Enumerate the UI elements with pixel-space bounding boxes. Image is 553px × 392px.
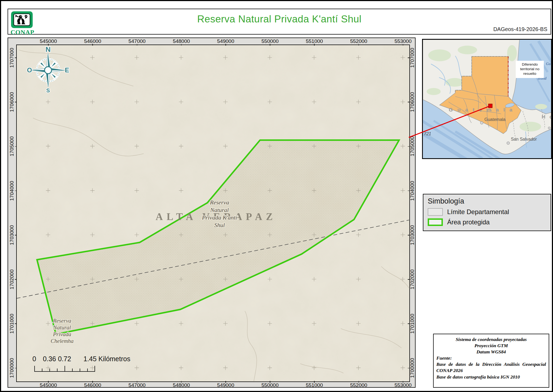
graticule-tick [181, 381, 182, 383]
x-coordinate-bottom: 551000 [306, 382, 323, 388]
graticule-tick [225, 381, 226, 383]
graticule-tick [15, 323, 17, 324]
graticule-tick [314, 44, 315, 46]
graticule-tick [408, 191, 410, 191]
graticule-tick [403, 381, 403, 383]
page-title: Reserva Natural Privada K'antí Shul [8, 13, 551, 25]
graticule-tick [359, 44, 359, 46]
x-coordinate-bottom: 550000 [261, 382, 278, 388]
map-document: CONAP Reserva Natural Privada K'antí Shu… [0, 0, 553, 392]
graticule-tick [181, 44, 182, 46]
source-line-1: Base de datos de la Dirección Análisis G… [436, 361, 546, 374]
x-coordinate-bottom: 545000 [40, 382, 57, 388]
x-coordinate-bottom: 552000 [350, 382, 367, 388]
svg-text:Chelemha: Chelemha [50, 338, 73, 344]
y-coordinate-left: 1702000 [9, 269, 15, 289]
svg-text:Shul: Shul [214, 222, 225, 228]
y-coordinate-right: 1702000 [409, 269, 415, 289]
inset-sea-label-1: Gu [546, 62, 551, 66]
graticule-tick [15, 368, 17, 369]
graticule-tick [15, 279, 17, 280]
graticule-tick [15, 146, 17, 147]
svg-text:resuelto: resuelto [523, 72, 536, 76]
projection-info-box: Sistema de coordenadas proyectadas Proye… [433, 334, 549, 388]
source-heading: Fuente: [436, 355, 546, 361]
graticule-tick [48, 381, 49, 383]
graticule-tick [408, 323, 410, 324]
x-coordinate-bottom: 546000 [84, 382, 101, 388]
departmental-limit-swatch [428, 208, 443, 216]
y-coordinate-right: 1703000 [409, 225, 415, 245]
map-canvas: ALTA VERAPAZ Reserva Natural Privada K'a… [16, 45, 410, 382]
document-code: DAGeos-419-2026-BS [493, 26, 547, 32]
graticule-tick [314, 381, 315, 383]
graticule-tick [48, 44, 49, 46]
inset-city-label: Guatemala [484, 117, 505, 122]
header: CONAP Reserva Natural Privada K'antí Shu… [8, 9, 551, 35]
y-coordinate-left: 1703000 [9, 225, 15, 245]
y-coordinate-right: 1704000 [409, 181, 415, 201]
graticule-tick [408, 235, 410, 235]
x-coordinate-bottom: 548000 [173, 382, 190, 388]
svg-text:Privada K'antí: Privada K'antí [202, 214, 238, 221]
svg-text:Diferendo: Diferendo [522, 62, 538, 66]
legend-title: Simbología [428, 197, 546, 205]
inset-city-dot-guatemala [480, 121, 483, 124]
graticule-tick [92, 44, 93, 46]
inset-city-dot-right [548, 127, 550, 129]
graticule-tick [359, 381, 359, 383]
neighbor-reserve-label: Reserva Natural Privada Chelemha [50, 317, 73, 344]
svg-text:Reserva: Reserva [210, 199, 229, 206]
graticule-tick [15, 102, 17, 102]
graticule-tick [137, 381, 137, 383]
graticule-tick [408, 146, 410, 147]
y-coordinate-right: 1706000 [409, 92, 415, 112]
protected-area-swatch [428, 218, 443, 226]
crs-line-2: Proyección GTM [436, 343, 546, 349]
legend: Simbología Límite Departamental Área pro… [423, 194, 551, 231]
source-line-2: Base de datos cartografía básica IGN 201… [436, 374, 546, 380]
map-frame: ALTA VERAPAZ Reserva Natural Privada K'a… [8, 38, 416, 388]
svg-text:Natural: Natural [210, 207, 229, 213]
y-coordinate-right: 1707000 [409, 48, 415, 68]
svg-text:territorial no: territorial no [520, 67, 539, 71]
graticule-tick [408, 279, 410, 280]
x-coordinate-bottom: 549000 [217, 382, 234, 388]
x-coordinate-bottom: 553000 [394, 382, 412, 388]
graticule-tick [408, 102, 410, 102]
inset-city2-label: San Salvador [511, 137, 537, 141]
graticule-tick [92, 381, 93, 383]
inset-honduras-label: H o [542, 114, 552, 120]
graticule-tick [15, 235, 17, 235]
graticule-tick [270, 44, 270, 46]
y-coordinate-left: 1707000 [9, 48, 15, 68]
y-coordinate-left: 1701000 [9, 314, 15, 334]
crs-line-1: Sistema de coordenadas proyectadas [436, 336, 546, 343]
y-coordinate-right: 1701000 [409, 314, 415, 334]
svg-text:Reserva: Reserva [53, 317, 71, 324]
graticule-tick [225, 44, 226, 46]
legend-item-protected: Área protegida [428, 218, 546, 226]
conap-logo-text: CONAP [11, 29, 33, 36]
y-coordinate-right: 1705000 [409, 136, 415, 156]
crs-line-3: Datum WGS84 [436, 349, 546, 355]
inset-ref-number: 721 [424, 131, 431, 136]
inset-city-dot-sansalvador [507, 142, 510, 144]
inset-location-map: ) [422, 39, 552, 159]
y-coordinate-left: 1704000 [9, 181, 15, 201]
graticule-tick [403, 44, 403, 46]
y-coordinate-right: 1700000 [409, 358, 415, 378]
graticule-tick [270, 381, 270, 383]
graticule-tick [15, 191, 17, 191]
svg-text:Privada: Privada [53, 331, 71, 337]
graticule-tick [408, 58, 410, 58]
legend-item-departmental: Límite Departamental [428, 208, 546, 216]
inset-country-label: G u a t e m a l a [449, 107, 514, 113]
y-coordinate-left: 1705000 [9, 136, 15, 156]
terrain-map: ALTA VERAPAZ Reserva Natural Privada K'a… [17, 45, 409, 381]
y-coordinate-left: 1700000 [9, 358, 15, 378]
graticule-tick [15, 58, 17, 58]
svg-text:Natural: Natural [53, 324, 71, 331]
graticule-tick [137, 44, 137, 46]
x-coordinate-bottom: 547000 [129, 382, 146, 388]
